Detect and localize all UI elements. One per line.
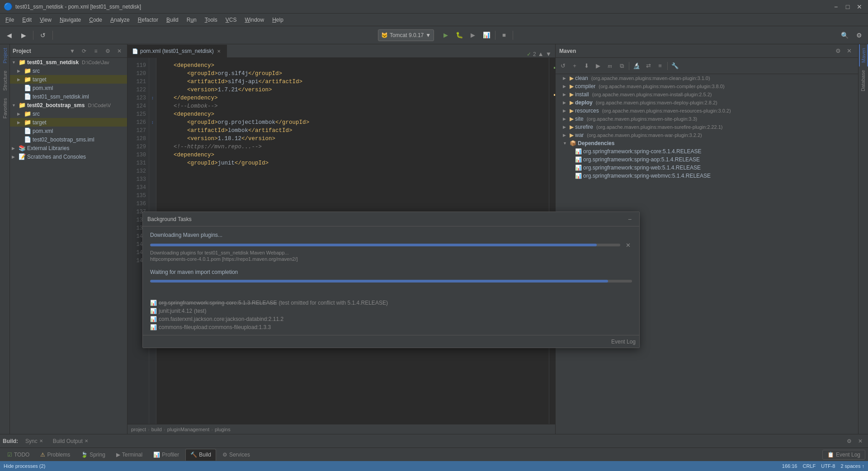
tree-item-target1[interactable]: ▶ 📁 target (10, 75, 127, 84)
maven-item-spring-aop[interactable]: 📊 org.springframework:spring-aop:5.1.4.R… (556, 155, 858, 164)
build-output-tab-close[interactable]: ✕ (85, 438, 88, 443)
breadcrumb-plugins[interactable]: plugins (215, 427, 231, 432)
maven-m-btn[interactable]: m (604, 61, 615, 71)
sync-tab-close[interactable]: ✕ (39, 438, 43, 443)
menu-view[interactable]: View (36, 16, 55, 24)
minimize-button[interactable]: − (831, 2, 841, 12)
bg-tasks-event-log-label[interactable]: Event Log (611, 339, 636, 345)
menu-window[interactable]: Window (241, 16, 268, 24)
sidebar-item-project[interactable]: Project (1, 44, 9, 67)
tab-todo[interactable]: ☑ TODO (3, 449, 34, 461)
refresh-button[interactable]: ↺ (37, 29, 49, 42)
tree-item-test01[interactable]: ▼ 📁 test01_ssm_netdisk D:\Code\Jav (10, 58, 127, 66)
tab-close-button[interactable]: ✕ (216, 48, 222, 54)
maven-item-install[interactable]: ▶ ▶ install (org.apache.maven.plugins:ma… (556, 90, 858, 99)
maven-refresh-btn[interactable]: ↺ (557, 61, 568, 71)
back-button[interactable]: ◀ (3, 29, 15, 42)
tree-item-ext-libs[interactable]: ▶ 📚 External Libraries (10, 144, 127, 152)
sidebar-item-favorites[interactable]: Favorites (1, 94, 9, 122)
menu-build[interactable]: Build (163, 16, 182, 24)
tab-spring[interactable]: 🍃 Spring (76, 449, 110, 461)
bottom-panel-close-btn[interactable]: ✕ (855, 437, 865, 445)
menu-file[interactable]: File (2, 16, 18, 24)
tree-item-pom2[interactable]: 📄 pom.xml (10, 127, 127, 135)
maven-download-btn[interactable]: ⬇ (581, 61, 592, 71)
stop-button[interactable]: ■ (498, 29, 510, 42)
bg-task-1-cancel-button[interactable]: ✕ (624, 241, 632, 249)
sidebar-item-structure[interactable]: Structure (1, 67, 9, 94)
menu-edit[interactable]: Edit (19, 16, 35, 24)
tree-item-target2[interactable]: ▶ 📁 target (10, 118, 127, 127)
run-config-dropdown[interactable]: 🐱 Tomcat 9.0.17 ▼ (378, 29, 434, 41)
maven-settings-btn[interactable]: ⚙ (833, 46, 844, 57)
maven-run-btn[interactable]: ▶ (593, 61, 604, 71)
menu-vcs[interactable]: VCS (222, 16, 241, 24)
maven-collapse-btn[interactable]: ≡ (655, 61, 665, 71)
tab-sync[interactable]: Sync ✕ (21, 435, 47, 447)
hide-processes-label[interactable]: Hide processes (2) (4, 463, 45, 469)
tab-build[interactable]: 🔨 Build (185, 449, 216, 461)
run-button[interactable]: ▶ (439, 29, 452, 42)
event-log-button[interactable]: 📋 Event Log (822, 450, 865, 460)
tab-profiler[interactable]: 📊 Profiler (149, 449, 184, 461)
editor-up-btn[interactable]: ▲ (538, 51, 544, 57)
tab-services[interactable]: ⚙ Services (218, 449, 255, 461)
maven-item-resources[interactable]: ▶ ▶ resources (org.apache.maven.plugins:… (556, 107, 858, 115)
maven-item-war[interactable]: ▶ ▶ war (org.apache.maven.plugins:maven-… (556, 131, 858, 139)
tree-item-src1[interactable]: ▶ 📁 src (10, 66, 127, 75)
project-close-btn[interactable]: ✕ (114, 46, 124, 56)
maven-item-surefire[interactable]: ▶ ▶ surefire (org.apache.maven.plugins:m… (556, 123, 858, 131)
breadcrumb-project[interactable]: project (131, 427, 146, 432)
tree-item-src2[interactable]: ▶ 📁 src (10, 109, 127, 118)
settings-button[interactable]: ⚙ (853, 29, 865, 42)
maven-item-compiler[interactable]: ▶ ▶ compiler (org.apache.maven.plugins:m… (556, 82, 858, 90)
maven-item-clean[interactable]: ▶ ▶ clean (org.apache.maven.plugins:mave… (556, 74, 858, 82)
maven-item-spring-webmvc[interactable]: 📊 org.springframework:spring-webmvc:5.1.… (556, 172, 858, 180)
menu-run[interactable]: Run (183, 16, 200, 24)
tab-build-output[interactable]: Build Output ✕ (48, 435, 93, 447)
breadcrumb-pluginmgmt[interactable]: pluginManagement (167, 427, 210, 432)
forward-button[interactable]: ▶ (17, 29, 30, 42)
tree-item-iml1[interactable]: 📄 test01_ssm_netdisk.iml (10, 92, 127, 101)
tab-problems[interactable]: ⚠ Problems (36, 449, 75, 461)
cursor-position[interactable]: 166:16 (782, 463, 797, 469)
bg-tasks-close-button[interactable]: − (625, 214, 635, 224)
menu-help[interactable]: Help (269, 16, 287, 24)
tree-item-test02[interactable]: ▼ 📁 test02_bootstrap_sms D:\Code\V (10, 101, 127, 109)
maven-wrench-btn[interactable]: 🔧 (670, 61, 680, 71)
tree-item-pom1[interactable]: 📄 pom.xml (10, 84, 127, 92)
menu-code[interactable]: Code (85, 16, 106, 24)
indent-label[interactable]: 2 spaces ↑ (840, 463, 864, 469)
project-panel-options[interactable]: ▼ (67, 46, 77, 56)
maven-item-spring-web[interactable]: 📊 org.springframework:spring-web:5.1.4.R… (556, 164, 858, 172)
breadcrumb-build[interactable]: build (151, 427, 162, 432)
maven-skip-tests-btn[interactable]: 🔬 (631, 61, 642, 71)
maven-item-deploy[interactable]: ▶ ▶ deploy (org.apache.maven.plugins:mav… (556, 99, 858, 107)
sidebar-item-database[interactable]: Database (859, 66, 868, 95)
search-everywhere-button[interactable]: 🔍 (838, 29, 851, 42)
project-sync-btn[interactable]: ⟳ (79, 46, 89, 56)
tab-terminal[interactable]: ▶ Terminal (112, 449, 147, 461)
maven-item-site[interactable]: ▶ ▶ site (org.apache.maven.plugins:maven… (556, 115, 858, 123)
maximize-button[interactable]: □ (843, 2, 853, 12)
maven-add-btn[interactable]: + (569, 61, 580, 71)
close-button[interactable]: ✕ (854, 2, 864, 12)
menu-refactor[interactable]: Refactor (134, 16, 162, 24)
profile-button[interactable]: 📊 (480, 29, 493, 42)
maven-close-btn[interactable]: ✕ (844, 46, 854, 57)
menu-analyze[interactable]: Analyze (107, 16, 133, 24)
project-settings-btn[interactable]: ⚙ (103, 46, 113, 56)
maven-toggle-btn[interactable]: ⇄ (643, 61, 654, 71)
tab-pom-xml[interactable]: 📄 pom.xml (test01_ssm_netdisk) ✕ (127, 45, 227, 57)
tree-item-scratches[interactable]: ▶ 📝 Scratches and Consoles (10, 152, 127, 161)
maven-item-spring-core[interactable]: 📊 org.springframework:spring-core:5.1.4.… (556, 147, 858, 155)
sidebar-item-maven[interactable]: Maven (859, 44, 868, 66)
tree-item-iml2[interactable]: 📄 test02_bootstrap_sms.iml (10, 135, 127, 144)
run-with-coverage-button[interactable]: ▶ (467, 29, 479, 42)
menu-navigate[interactable]: Navigate (56, 16, 85, 24)
line-ending[interactable]: CRLF (803, 463, 816, 469)
project-collapse-btn[interactable]: ≡ (91, 46, 101, 56)
bottom-panel-settings-btn[interactable]: ⚙ (844, 437, 854, 445)
encoding[interactable]: UTF-8 (821, 463, 835, 469)
maven-parallel-btn[interactable]: ⧉ (616, 61, 627, 71)
